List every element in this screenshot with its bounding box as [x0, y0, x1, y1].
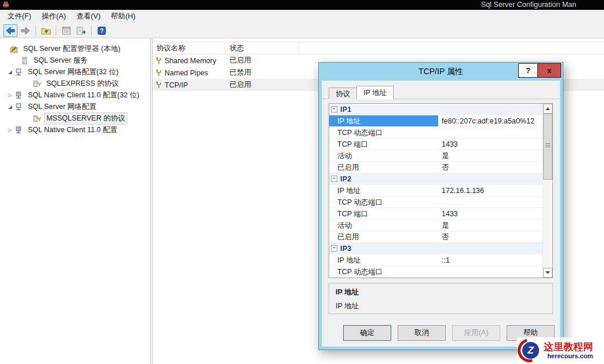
property-row[interactable]: TCP 动态端口 [329, 266, 543, 278]
tcpip-properties-dialog: TCP/IP 属性 ? x 协议 IP 地址 − IP1 IP 地址 fe80:… [318, 62, 563, 350]
property-value[interactable]: 否 [438, 162, 543, 173]
export-list-button[interactable] [74, 24, 88, 37]
svg-text:?: ? [100, 27, 103, 34]
property-label: IP 地址 [329, 115, 438, 126]
column-header-status[interactable]: 状态 [225, 42, 299, 54]
tree-item-sqlexpress-protocols[interactable]: SQLEXPRESS 的协议 [0, 78, 150, 89]
help-button[interactable]: ? [94, 24, 108, 37]
ok-button[interactable]: 确定 [343, 325, 391, 341]
property-row[interactable]: TCP 动态端口 [329, 196, 543, 208]
menu-help[interactable]: 帮助(H) [105, 10, 140, 23]
column-header-protocol-name[interactable]: 协议名称 [152, 42, 225, 54]
expanded-icon[interactable]: ◢ [6, 70, 14, 75]
property-value[interactable]: 1433 [438, 139, 543, 150]
list-header: 协议名称 状态 [152, 42, 604, 54]
scroll-down-button[interactable] [543, 268, 552, 278]
property-value[interactable]: 否 [438, 231, 543, 242]
dialog-title-bar[interactable]: TCP/IP 属性 ? x [319, 63, 563, 81]
tree-item-label: SQL Server 网络配置 [26, 101, 99, 113]
site-logo-icon: Z [517, 338, 544, 363]
property-row[interactable]: 已启用 否 [329, 231, 543, 243]
protocol-status: 已启用 [225, 80, 252, 90]
tree-item-native-client[interactable]: ▷ SQL Native Client 11.0 配置 [0, 124, 150, 136]
vertical-scrollbar[interactable] [543, 104, 552, 278]
console-tree-button[interactable] [59, 24, 73, 37]
property-value[interactable]: 是 [438, 150, 543, 161]
tab-ip-addresses[interactable]: IP 地址 [356, 86, 394, 99]
tree-item-sql-server-services[interactable]: SQL Server 服务 [0, 54, 150, 66]
property-value[interactable] [438, 196, 543, 208]
property-description-panel: IP 地址 IP 地址 [329, 283, 553, 314]
property-row[interactable]: IP 地址 172.16.1.136 [329, 185, 543, 196]
dialog-help-button[interactable]: ? [518, 63, 538, 78]
property-row[interactable]: 活动 是 [329, 220, 543, 231]
export-list-icon [77, 27, 86, 35]
property-row[interactable]: TCP 动态端口 [329, 127, 543, 139]
tree-item-native-client-32[interactable]: ▷ SQL Native Client 11.0 配置(32 位) [0, 89, 150, 101]
tab-protocol[interactable]: 协议 [329, 88, 357, 99]
property-value[interactable]: 1433 [438, 208, 543, 219]
group-row-ip1[interactable]: − IP1 [329, 104, 543, 115]
description-text: IP 地址 [336, 301, 546, 311]
server-icon [20, 56, 29, 65]
scrollbar-thumb[interactable] [543, 114, 552, 180]
tree-item-network-config-32[interactable]: ◢ SQL Server 网络配置(32 位) [0, 66, 150, 78]
ip-address-property-grid: − IP1 IP 地址 fe80::207c:adf:e19:a5a0%12 T… [329, 103, 553, 278]
dialog-close-button[interactable]: x [538, 63, 561, 78]
property-label: TCP 动态端口 [329, 196, 438, 208]
back-arrow-icon [6, 27, 15, 35]
protocol-fork-icon [155, 81, 163, 89]
scroll-down-icon [545, 271, 550, 274]
collapsed-icon[interactable]: ▷ [6, 93, 14, 98]
tree-item-label: SQL Server 配置管理器 (本地) [21, 43, 123, 55]
scroll-up-icon [545, 107, 550, 110]
menu-view[interactable]: 查看(V) [71, 10, 106, 23]
client-config-icon [14, 91, 23, 100]
protocol-status: 已启用 [225, 56, 252, 65]
property-row[interactable]: IP 地址 ::1 [329, 254, 543, 266]
folder-up-icon [41, 27, 51, 35]
menu-file[interactable]: 文件(F) [2, 10, 37, 23]
up-folder-button[interactable] [39, 24, 53, 37]
menu-action[interactable]: 操作(A) [37, 10, 71, 23]
protocol-name: Shared Memory [165, 57, 216, 65]
property-row[interactable]: 已启用 否 [329, 162, 543, 173]
toolbar: ? [0, 23, 604, 38]
cancel-button[interactable]: 取消 [398, 325, 446, 341]
console-root-icon [9, 45, 19, 53]
property-label: 活动 [329, 220, 438, 231]
forward-button[interactable] [19, 24, 32, 37]
scroll-up-button[interactable] [543, 104, 552, 114]
menu-bar: 文件(F) 操作(A) 查看(V) 帮助(H) [0, 10, 604, 23]
property-row[interactable]: TCP 端口 1433 [329, 208, 543, 220]
collapse-icon[interactable]: − [331, 245, 337, 252]
toolbar-separator [56, 26, 56, 36]
property-value[interactable]: 172.16.1.136 [438, 185, 543, 196]
property-value[interactable]: fe80::207c:adf:e19:a5a0%12 [438, 115, 543, 126]
collapse-icon[interactable]: − [331, 176, 337, 182]
property-value[interactable]: 是 [438, 220, 543, 231]
group-row-ip3[interactable]: − IP3 [329, 243, 543, 254]
tree-item-mssqlserver-protocols[interactable]: MSSQLSERVER 的协议 [0, 112, 150, 124]
logo-letter: Z [522, 342, 539, 359]
toolbar-separator [91, 26, 92, 36]
tree-item-label: SQL Server 服务 [31, 54, 90, 67]
collapsed-icon[interactable]: ▷ [6, 128, 14, 133]
site-name: 这里教程网 [544, 341, 593, 353]
property-value[interactable] [438, 266, 543, 277]
tree-item-label: SQL Native Client 11.0 配置 [26, 124, 119, 136]
property-value[interactable]: ::1 [438, 254, 543, 265]
protocol-status: 已禁用 [225, 68, 252, 78]
property-row[interactable]: IP 地址 fe80::207c:adf:e19:a5a0%12 [329, 115, 543, 127]
tree-item-network-config[interactable]: ◢ SQL Server 网络配置 [0, 101, 150, 112]
expanded-icon[interactable]: ◢ [6, 104, 14, 110]
property-row[interactable]: TCP 端口 1433 [329, 139, 543, 150]
forward-arrow-icon [21, 27, 30, 35]
back-button[interactable] [3, 24, 17, 37]
group-row-ip2[interactable]: − IP2 [329, 173, 543, 185]
tree-item-root[interactable]: SQL Server 配置管理器 (本地) [0, 43, 150, 54]
property-row[interactable]: 活动 是 [329, 150, 543, 162]
collapse-icon[interactable]: − [331, 106, 337, 112]
property-value[interactable] [438, 127, 543, 138]
property-label: TCP 动态端口 [329, 266, 438, 277]
